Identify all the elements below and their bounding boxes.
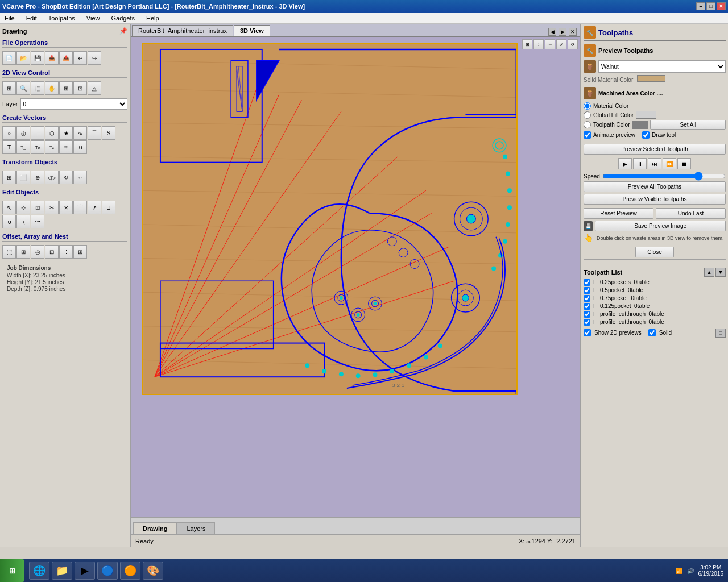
- list-up-btn[interactable]: ▲: [704, 268, 714, 277]
- draw-star-btn[interactable]: ★: [59, 126, 73, 140]
- tab-next-btn[interactable]: ▶: [559, 28, 566, 36]
- minimize-btn[interactable]: –: [696, 2, 705, 10]
- global-fill-radio[interactable]: [584, 111, 591, 119]
- solid-check[interactable]: [648, 329, 656, 336]
- toolpath-check-3[interactable]: [584, 303, 590, 310]
- taskbar-explorer[interactable]: 📁: [52, 562, 72, 580]
- stop-btn[interactable]: ⏹: [677, 158, 691, 169]
- text-arc-btn[interactable]: Tc: [45, 140, 59, 154]
- toolpath-color-swatch[interactable]: [632, 121, 648, 129]
- text-tool-btn[interactable]: T: [2, 140, 16, 154]
- snap-btn[interactable]: ⊡: [73, 81, 87, 95]
- text-warp-btn[interactable]: Te: [31, 140, 44, 154]
- toolpath-item-3[interactable]: ⊢ 0.125pocket_0table: [584, 302, 726, 310]
- tab-3dview[interactable]: 3D View: [234, 25, 270, 36]
- toolpath-item-4[interactable]: ⊢ profile_cutthrough_0table: [584, 310, 726, 318]
- tab-close-btn[interactable]: ✕: [569, 28, 577, 36]
- open-file-btn[interactable]: 📂: [16, 51, 30, 65]
- draw-ellipse-btn[interactable]: ◎: [16, 126, 30, 140]
- text-on-curve-btn[interactable]: T_: [16, 140, 30, 154]
- toolpath-item-5[interactable]: ⊢ profile_cutthrough_0table: [584, 318, 726, 326]
- menu-help[interactable]: Help: [144, 14, 162, 23]
- select-btn[interactable]: ↖: [2, 201, 16, 214]
- set-all-btn[interactable]: Set All: [650, 120, 726, 130]
- tab-drawing-bottom[interactable]: Drawing: [133, 522, 177, 534]
- mirror-h-btn[interactable]: ◁▷: [45, 171, 59, 184]
- restore-btn[interactable]: □: [706, 2, 715, 10]
- canvas-area[interactable]: ⊞ ↕ ↔ ⤢ ⟳: [131, 37, 580, 517]
- toolpath-check-5[interactable]: [584, 319, 590, 326]
- bool-sub-btn[interactable]: ∖: [16, 215, 30, 228]
- menu-file[interactable]: File: [2, 14, 17, 23]
- fast-fwd-btn[interactable]: ⏩: [663, 158, 676, 169]
- array-btn[interactable]: ⊞: [16, 245, 30, 259]
- solid-color-swatch[interactable]: [637, 75, 665, 82]
- window-controls[interactable]: – □ ✕: [696, 2, 726, 10]
- canvas-3d-icon3[interactable]: ⤢: [556, 39, 566, 49]
- node-edit-btn[interactable]: ⌗: [59, 140, 73, 154]
- toolpath-check-2[interactable]: [584, 295, 590, 302]
- draw-tool-check[interactable]: [642, 131, 650, 139]
- menu-toolpaths[interactable]: Toolpaths: [46, 14, 77, 23]
- circular-array-btn[interactable]: ◎: [31, 245, 44, 259]
- close-btn[interactable]: ✕: [717, 2, 726, 10]
- layer-select[interactable]: 0: [20, 98, 127, 110]
- rotate-btn[interactable]: ↻: [59, 171, 73, 184]
- tab-drawing[interactable]: RouterBit_Amphitheater_instrux: [132, 25, 233, 36]
- preview-selected-btn[interactable]: Preview Selected Toolpath: [584, 144, 726, 155]
- dots-btn[interactable]: ⁚: [59, 245, 73, 259]
- reset-preview-btn[interactable]: Reset Preview: [584, 208, 653, 219]
- toolpath-item-0[interactable]: ⊢ 0.25pockets_0table: [584, 278, 726, 286]
- taskbar-chrome[interactable]: 🔵: [97, 562, 118, 580]
- center-btn[interactable]: ⊕: [31, 171, 44, 184]
- taskbar-ie[interactable]: 🌐: [29, 562, 49, 580]
- scale-btn[interactable]: ↔: [73, 171, 87, 184]
- canvas-3d-icon2[interactable]: ↔: [545, 39, 555, 49]
- menu-edit[interactable]: Edit: [24, 14, 39, 23]
- fillet-btn[interactable]: ⌒: [73, 201, 87, 214]
- close-toolpaths-btn[interactable]: Close: [635, 247, 674, 257]
- redo-btn[interactable]: ↪: [88, 51, 101, 65]
- draw-polygon-btn[interactable]: ⬡: [45, 126, 59, 140]
- nesting-btn[interactable]: ⊡: [45, 245, 59, 259]
- toolpath-color-radio[interactable]: [584, 121, 591, 128]
- zoom-in-btn[interactable]: 🔍: [16, 81, 30, 95]
- grid-btn[interactable]: ⊞: [59, 81, 73, 95]
- pattern-btn[interactable]: ⊞: [73, 245, 87, 259]
- canvas-3d-icon1[interactable]: ↕: [533, 39, 544, 49]
- save-preview-btn[interactable]: Save Preview Image: [595, 221, 726, 231]
- offset-btn[interactable]: ⬚: [2, 245, 16, 259]
- material-select[interactable]: Walnut Oak Pine MDF: [598, 60, 726, 73]
- step-fwd-btn[interactable]: ⏭: [648, 158, 661, 169]
- undo-last-btn[interactable]: Undo Last: [656, 208, 726, 219]
- draw-rect-btn[interactable]: □: [31, 126, 44, 140]
- multiselect-btn[interactable]: ⊡: [31, 201, 44, 214]
- draw-circle-btn[interactable]: ○: [2, 126, 16, 140]
- taskbar-media[interactable]: ▶: [75, 562, 95, 580]
- preview-visible-btn[interactable]: Preview Visible Toolpaths: [584, 194, 726, 205]
- toolpath-check-0[interactable]: [584, 279, 590, 286]
- tab-layers-bottom[interactable]: Layers: [177, 522, 215, 534]
- toolpath-check-1[interactable]: [584, 287, 590, 294]
- show2d-check[interactable]: [584, 329, 591, 336]
- extend-btn[interactable]: ↗: [88, 201, 101, 214]
- menu-gadgets[interactable]: Gadgets: [109, 14, 137, 23]
- taskbar-app1[interactable]: 🟠: [120, 562, 140, 580]
- undo-btn[interactable]: ↩: [73, 51, 87, 65]
- animate-preview-check[interactable]: [584, 131, 591, 139]
- draw-polyline-btn[interactable]: ∿: [73, 126, 87, 140]
- list-down-btn[interactable]: ▼: [715, 268, 726, 277]
- pan-btn[interactable]: ✋: [45, 81, 59, 95]
- join-btn[interactable]: ⊔: [102, 201, 115, 214]
- bezier-btn[interactable]: ∪: [73, 140, 87, 154]
- align-btn[interactable]: ⊞: [2, 171, 16, 184]
- tab-prev-btn[interactable]: ◀: [548, 28, 556, 36]
- solid-icon-btn[interactable]: □: [715, 329, 726, 338]
- global-fill-swatch[interactable]: [636, 111, 656, 119]
- preview-all-btn[interactable]: Preview All Toolpaths: [584, 181, 726, 192]
- toolpath-check-4[interactable]: [584, 311, 590, 318]
- save-file-btn[interactable]: 💾: [31, 51, 44, 65]
- menu-view[interactable]: View: [84, 14, 102, 23]
- start-button[interactable]: ⊞: [0, 559, 24, 582]
- canvas-3d-icon4[interactable]: ⟳: [568, 39, 578, 49]
